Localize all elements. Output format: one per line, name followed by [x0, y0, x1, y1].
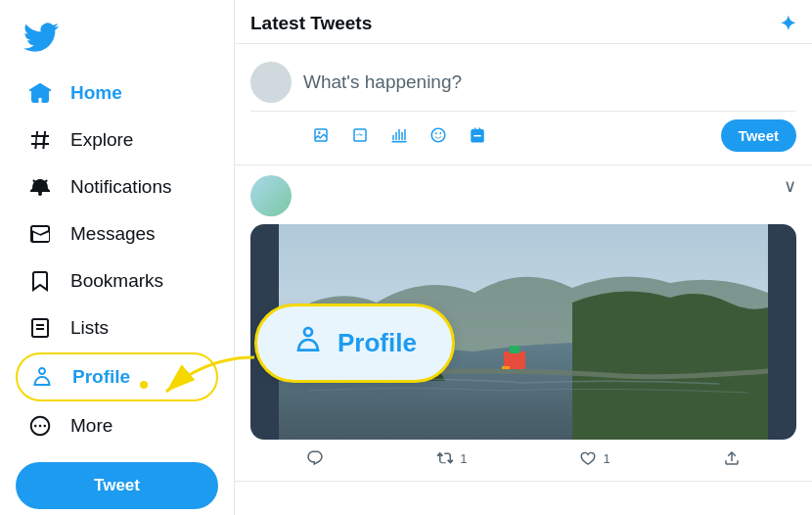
profile-popup: Profile	[254, 304, 455, 383]
tweet-action-like[interactable]: 1	[579, 449, 609, 467]
image-icon-button[interactable]	[303, 117, 338, 153]
twitter-logo[interactable]	[16, 8, 218, 67]
sidebar: Home Explore Notifications Messages Book…	[0, 0, 235, 515]
person-icon	[29, 364, 55, 390]
sidebar-item-bookmarks-label: Bookmarks	[70, 270, 163, 292]
compose-placeholder[interactable]: What's happening?	[303, 71, 796, 93]
retweet-count: 1	[460, 451, 467, 466]
sidebar-item-more[interactable]: More	[16, 403, 218, 448]
tweet-action-comment[interactable]	[306, 449, 324, 467]
main-content: Latest Tweets ✦ What's happening?	[235, 0, 812, 515]
sidebar-item-profile-label: Profile	[72, 366, 130, 388]
tweet-user-info	[250, 175, 292, 216]
list-icon	[27, 315, 53, 341]
tweet-action-retweet[interactable]: 1	[436, 449, 467, 467]
gif-icon-button[interactable]	[342, 117, 378, 153]
sidebar-item-bookmarks[interactable]: Bookmarks	[16, 258, 218, 304]
user-avatar	[250, 62, 292, 103]
poll-icon-button[interactable]	[382, 117, 417, 153]
tweet-avatar	[250, 175, 292, 216]
sidebar-item-notifications-label: Notifications	[70, 176, 172, 198]
compose-icon-group	[250, 117, 495, 153]
tweet-button[interactable]: Tweet	[16, 462, 218, 509]
sidebar-item-messages-label: Messages	[70, 223, 156, 245]
compose-tweet-button[interactable]: Tweet	[721, 119, 796, 152]
like-count: 1	[603, 451, 609, 466]
svg-rect-3	[502, 366, 510, 369]
tweet-header: ∨	[250, 175, 796, 216]
envelope-icon	[27, 221, 53, 247]
home-icon	[27, 80, 53, 106]
sidebar-item-notifications[interactable]: Notifications	[16, 164, 218, 210]
sidebar-item-home[interactable]: Home	[16, 70, 218, 116]
profile-dot	[140, 381, 148, 389]
sidebar-item-profile[interactable]: Profile	[16, 352, 218, 401]
sidebar-item-explore[interactable]: Explore	[16, 117, 218, 163]
tweet-options-chevron[interactable]: ∨	[784, 175, 796, 197]
sidebar-item-home-label: Home	[70, 82, 122, 104]
compose-actions-bar: Tweet	[250, 111, 796, 161]
tweet-actions: 1 1	[250, 440, 796, 471]
sidebar-item-more-label: More	[70, 415, 113, 437]
schedule-icon-button[interactable]	[460, 117, 495, 153]
ellipsis-circle-icon	[27, 413, 53, 439]
sidebar-item-lists[interactable]: Lists	[16, 305, 218, 351]
svg-rect-2	[510, 346, 519, 353]
feed-header: Latest Tweets ✦	[235, 0, 812, 44]
hash-icon	[27, 127, 53, 153]
sidebar-item-explore-label: Explore	[70, 129, 133, 151]
tweet-action-share[interactable]	[723, 449, 741, 467]
sparkle-icon[interactable]: ✦	[780, 12, 796, 35]
sidebar-item-messages[interactable]: Messages	[16, 211, 218, 257]
sidebar-item-lists-label: Lists	[70, 317, 109, 339]
bookmark-icon	[27, 268, 53, 294]
profile-popup-icon	[293, 324, 324, 362]
compose-row: What's happening?	[250, 52, 796, 109]
bell-icon	[27, 174, 53, 200]
compose-area: What's happening? Tweet	[235, 44, 812, 165]
emoji-icon-button[interactable]	[421, 117, 456, 153]
profile-popup-label: Profile	[338, 328, 417, 358]
feed-title: Latest Tweets	[250, 13, 372, 34]
